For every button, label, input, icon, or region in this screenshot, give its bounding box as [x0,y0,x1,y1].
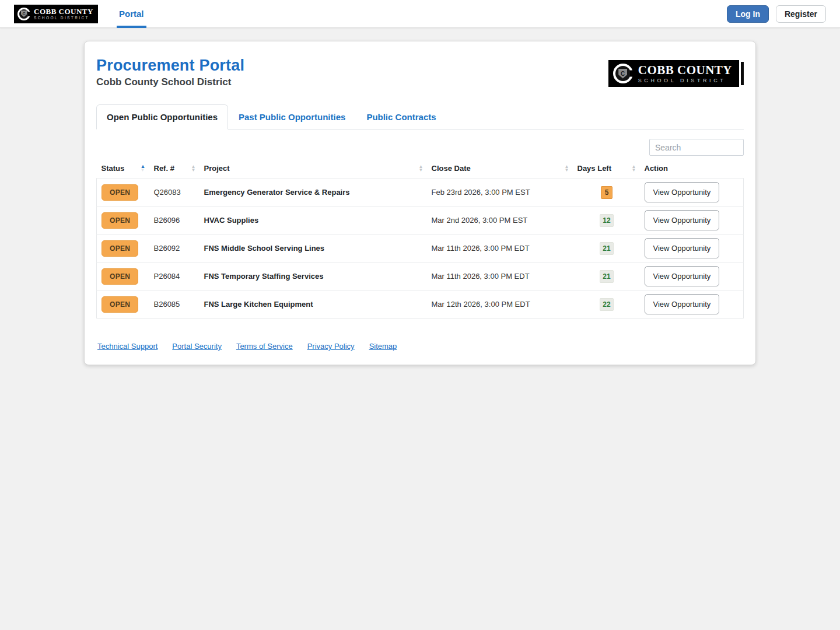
tab-past-public-opportunities[interactable]: Past Public Opportunities [228,104,356,130]
status-badge: OPEN [102,240,138,257]
project-name: FNS Middle School Serving Lines [200,235,427,262]
ref-number: Q26083 [149,178,200,206]
page-title: Procurement Portal [96,57,244,75]
close-date: Mar 12th 2026, 3:00 PM EDT [427,290,573,318]
tab-bar: Open Public Opportunities Past Public Op… [96,104,744,130]
days-left-badge: 21 [600,270,613,283]
close-date: Mar 11th 2026, 3:00 PM EDT [427,262,573,290]
footer-link[interactable]: Terms of Service [236,342,293,351]
ref-number: B26092 [149,235,200,262]
active-tab-indicator [117,26,146,28]
footer-link[interactable]: Technical Support [97,342,158,351]
days-left-badge: 5 [601,186,612,199]
brand-line2: SCHOOL DISTRICT [34,16,93,20]
sort-both-icon[interactable]: ▲▼ [191,165,196,172]
footer-links: Technical Support Portal Security Terms … [96,342,744,351]
project-name: HVAC Supplies [200,206,427,235]
view-opportunity-button[interactable]: View Opportunity [645,238,720,258]
close-date: Mar 11th 2026, 3:00 PM EDT [427,235,573,262]
column-header-ref[interactable]: Ref. # ▲▼ [149,159,200,178]
district-emblem-icon: C [18,8,30,20]
text-caret-artifact [741,62,744,85]
tab-public-contracts[interactable]: Public Contracts [356,104,446,130]
days-left-badge: 21 [600,242,613,255]
brand-line2: SCHOOL DISTRICT [638,78,732,83]
portal-card: Procurement Portal Cobb County School Di… [84,41,756,365]
status-badge: OPEN [102,296,138,313]
brand-line1: COBB COUNTY [638,64,732,76]
column-header-action: Action [640,159,744,178]
footer-link[interactable]: Privacy Policy [307,342,355,351]
table-row: OPEN B26092 FNS Middle School Serving Li… [97,235,744,262]
table-row: OPEN B26096 HVAC Supplies Mar 2nd 2026, … [97,206,744,235]
tab-open-public-opportunities[interactable]: Open Public Opportunities [96,104,228,130]
column-header-days-left[interactable]: Days Left ▲▼ [573,159,640,178]
view-opportunity-button[interactable]: View Opportunity [645,210,720,230]
sort-asc-icon[interactable]: ▲▼ [141,165,146,172]
footer-link[interactable]: Sitemap [369,342,397,351]
top-navbar: C COBB COUNTY SCHOOL DISTRICT Portal Log… [0,0,840,28]
ref-number: P26084 [149,262,200,290]
district-logo-small: C COBB COUNTY SCHOOL DISTRICT [14,5,98,23]
district-emblem-icon: C [613,64,633,83]
close-date: Mar 2nd 2026, 3:00 PM EST [427,206,573,235]
close-date: Feb 23rd 2026, 3:00 PM EST [427,178,573,206]
page-subtitle: Cobb County School District [96,76,244,88]
project-name: Emergency Generator Service & Repairs [200,178,427,206]
search-input[interactable] [649,139,744,156]
view-opportunity-button[interactable]: View Opportunity [645,266,720,286]
project-name: FNS Large Kitchen Equipment [200,290,427,318]
table-row: OPEN B26085 FNS Large Kitchen Equipment … [97,290,744,318]
sort-both-icon[interactable]: ▲▼ [565,165,569,172]
ref-number: B26096 [149,206,200,235]
register-button[interactable]: Register [776,5,826,23]
table-row: OPEN Q26083 Emergency Generator Service … [97,178,744,206]
view-opportunity-button[interactable]: View Opportunity [645,182,720,202]
district-logo-large: C COBB COUNTY SCHOOL DISTRICT [608,60,739,87]
opportunities-table-body: OPEN Q26083 Emergency Generator Service … [97,178,744,318]
status-badge: OPEN [102,268,138,285]
sort-both-icon[interactable]: ▲▼ [419,165,424,172]
footer-link[interactable]: Portal Security [172,342,222,351]
column-header-status[interactable]: Status ▲▼ [97,159,149,178]
table-row: OPEN P26084 FNS Temporary Staffing Servi… [97,262,744,290]
status-badge: OPEN [102,184,138,201]
opportunities-table: Status ▲▼ Ref. # ▲▼ Project ▲▼ Close Dat… [96,159,744,318]
view-opportunity-button[interactable]: View Opportunity [645,294,720,314]
nav-item-portal[interactable]: Portal [119,0,144,28]
days-left-badge: 12 [600,214,613,227]
days-left-badge: 22 [600,298,613,311]
brand-line1: COBB COUNTY [34,8,93,15]
ref-number: B26085 [149,290,200,318]
column-header-close-date[interactable]: Close Date ▲▼ [427,159,573,178]
status-badge: OPEN [102,212,138,229]
sort-both-icon[interactable]: ▲▼ [632,165,636,172]
column-header-project[interactable]: Project ▲▼ [200,159,427,178]
project-name: FNS Temporary Staffing Services [200,262,427,290]
login-button[interactable]: Log In [727,5,769,23]
